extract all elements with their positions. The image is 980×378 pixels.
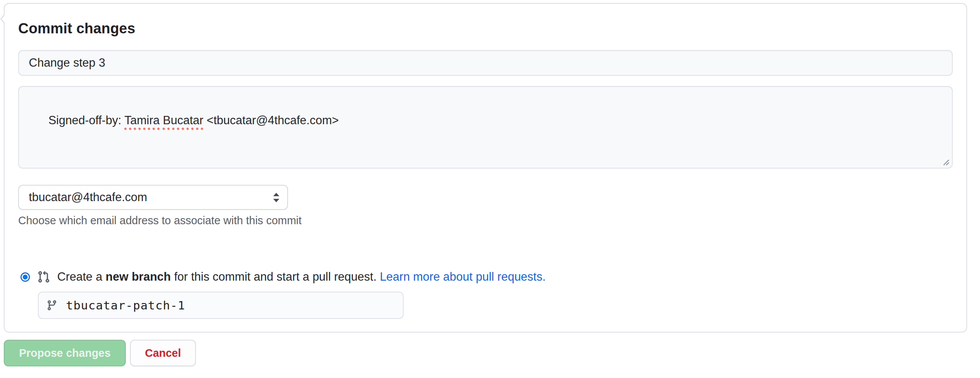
description-text: <tbucatar@4thcafe.com> — [204, 114, 339, 127]
email-select-value: tbucatar@4thcafe.com — [29, 191, 147, 204]
commit-description-textarea[interactable]: Signed-off-by: Tamira Bucatar <tbucatar@… — [18, 86, 953, 168]
card-caret — [2, 14, 5, 24]
branch-name-input[interactable] — [66, 299, 395, 312]
email-select[interactable]: tbucatar@4thcafe.com — [18, 185, 288, 210]
unfold-arrows-icon — [273, 192, 280, 203]
new-branch-radio[interactable] — [21, 272, 30, 282]
commit-summary-input[interactable] — [18, 50, 953, 76]
new-branch-label: Create a new branch for this commit and … — [57, 270, 546, 284]
label-text: Create a — [57, 270, 106, 283]
git-branch-icon — [46, 300, 57, 311]
new-branch-option-row: Create a new branch for this commit and … — [18, 265, 546, 289]
email-helper-text: Choose which email address to associate … — [18, 214, 302, 227]
propose-changes-button[interactable]: Propose changes — [4, 340, 126, 366]
commit-form-card: Commit changes Signed-off-by: Tamira Buc… — [4, 3, 967, 332]
description-text: Signed-off-by: — [49, 114, 125, 127]
commit-changes-page: Commit changes Signed-off-by: Tamira Buc… — [0, 0, 980, 378]
branch-name-field — [38, 292, 404, 319]
label-text: for this commit and start a pull request… — [171, 270, 380, 283]
resize-handle-icon[interactable] — [942, 158, 950, 166]
misspelled-word: Tamira — [124, 114, 159, 127]
misspelled-word: Bucatar — [163, 114, 204, 127]
label-bold-text: new branch — [106, 270, 171, 283]
git-pull-request-icon — [37, 270, 50, 283]
learn-more-link[interactable]: Learn more about pull requests. — [380, 270, 546, 283]
page-title: Commit changes — [18, 21, 135, 37]
cancel-button[interactable]: Cancel — [130, 340, 196, 366]
description-text — [159, 114, 163, 127]
